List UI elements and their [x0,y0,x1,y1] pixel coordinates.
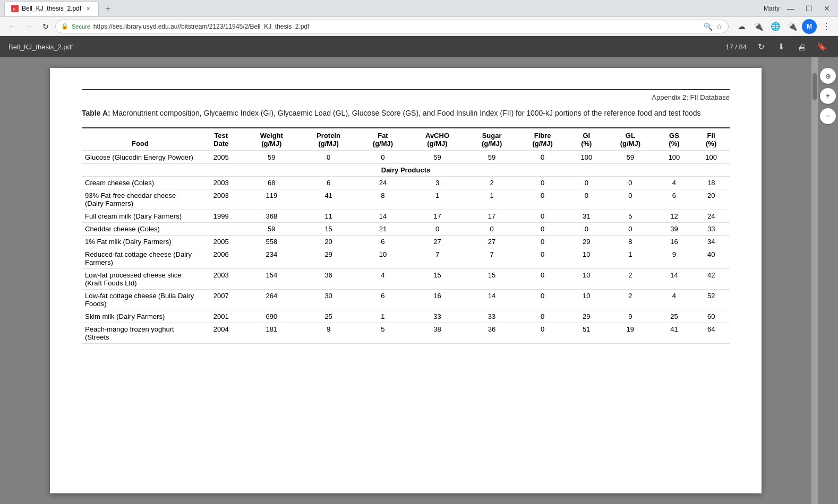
weight-cell: 181 [244,323,300,344]
forward-button[interactable]: → [21,19,36,34]
table-row: Glucose (Glucodin Energy Powder)20055900… [82,151,730,164]
table-row: Low-fat cottage cheese (Bulla Dairy Food… [82,290,730,310]
gs-cell: 4 [656,177,693,189]
pdf-page: Appendix 2: FII Database Table A: Macron… [50,68,762,493]
extension-icon-1[interactable]: 🔌 [751,19,766,34]
col-header-test-date: TestDate [199,128,244,151]
test-date-cell: 2003 [199,177,244,189]
gl-cell: 9 [605,310,656,323]
fibre-cell: 0 [517,269,568,290]
weight-cell: 119 [244,189,300,210]
weight-cell: 154 [244,269,300,290]
protein-cell: 6 [300,177,357,189]
lock-icon: 🔒 [61,23,69,30]
fat-cell: 4 [357,269,408,290]
profile-icon[interactable]: M [802,19,817,34]
fibre-cell: 0 [517,323,568,344]
globe-icon[interactable]: 🌐 [768,19,783,34]
refresh-button[interactable]: ↻ [38,19,53,34]
table-row: Full cream milk (Dairy Farmers)199936811… [82,210,730,223]
data-table: Food TestDate Weight(g/MJ) Protein(g/MJ)… [82,127,730,344]
fat-cell: 6 [357,236,408,248]
back-button[interactable]: ← [4,19,19,34]
fii-cell: 100 [692,151,730,164]
menu-button[interactable]: ⋮ [819,19,834,34]
gs-cell: 41 [656,323,693,344]
gi-cell: 0 [568,223,605,236]
close-button[interactable]: ✕ [820,2,834,15]
sugar-cell: 1 [466,189,517,210]
food-cell: Peach-mango frozen yoghurt (Streets [82,323,199,344]
pdf-toolbar: Bell_KJ_thesis_2.pdf 17 / 84 ↻ ⬇ 🖨 🔖 [0,36,838,57]
food-cell: Low-fat cottage cheese (Bulla Dairy Food… [82,290,199,310]
fii-cell: 33 [692,223,730,236]
cloud-icon[interactable]: ☁ [734,19,749,34]
table-row: 1% Fat milk (Dairy Farmers)2005558206272… [82,236,730,248]
gi-cell: 10 [568,248,605,269]
protein-cell: 9 [300,323,357,344]
avcho-cell: 59 [408,151,467,164]
extension-icon-2[interactable]: 🔌 [785,19,800,34]
protein-cell: 11 [300,210,357,223]
table-caption: Table A: Macronutrient composition, Glyc… [82,108,730,119]
sugar-cell: 59 [466,151,517,164]
gs-cell: 25 [656,310,693,323]
gs-cell: 4 [656,290,693,310]
fat-cell: 0 [357,151,408,164]
food-cell: Cream cheese (Coles) [82,177,199,189]
zoom-out-button[interactable]: − [820,108,836,124]
address-icons: 🔍 ☆ [704,22,723,31]
address-bar[interactable]: 🔒 Secure https://ses.library.usyd.edu.au… [55,20,729,33]
tab-favicon: P [11,5,19,12]
star-icon[interactable]: ☆ [716,22,723,31]
avcho-cell: 7 [408,248,467,269]
weight-cell: 68 [244,177,300,189]
table-caption-bold: Table A: [82,109,110,117]
avcho-cell: 38 [408,323,467,344]
scrollbar[interactable] [811,57,818,504]
col-header-fibre: Fibre(g/MJ) [517,128,568,151]
minimize-button[interactable]: — [784,2,798,15]
search-icon[interactable]: 🔍 [704,22,713,31]
test-date-cell: 2007 [199,290,244,310]
pdf-download-button[interactable]: ⬇ [773,39,789,55]
pdf-refresh-button[interactable]: ↻ [753,39,769,55]
test-date-cell: 2005 [199,151,244,164]
food-cell: Glucose (Glucodin Energy Powder) [82,151,199,164]
fat-cell: 21 [357,223,408,236]
browser-tab[interactable]: P Bell_KJ_thesis_2.pdf ✕ [4,1,99,16]
gs-cell: 16 [656,236,693,248]
fibre-cell: 0 [517,151,568,164]
sugar-cell: 27 [466,236,517,248]
avcho-cell: 1 [408,189,467,210]
maximize-button[interactable]: ☐ [802,2,816,15]
appendix-header: Appendix 2: FII Database [82,89,730,101]
protein-cell: 25 [300,310,357,323]
table-row: Peach-mango frozen yoghurt (Streets20041… [82,323,730,344]
gi-cell: 0 [568,177,605,189]
gi-cell: 100 [568,151,605,164]
toolbar-icons: ☁ 🔌 🌐 🔌 M ⋮ [734,19,834,34]
title-bar-right: Marty — ☐ ✕ [764,2,834,15]
title-bar-left: P Bell_KJ_thesis_2.pdf ✕ + [4,1,115,16]
fibre-cell: 0 [517,290,568,310]
new-tab-button[interactable]: + [101,2,115,15]
gi-cell: 51 [568,323,605,344]
test-date-cell: 2004 [199,323,244,344]
fii-cell: 40 [692,248,730,269]
col-header-gl: GL(g/MJ) [605,128,656,151]
protein-cell: 30 [300,290,357,310]
expand-button[interactable]: ⊕ [820,68,836,84]
scrollbar-thumb[interactable] [813,73,817,100]
weight-cell: 234 [244,248,300,269]
pdf-filename: Bell_KJ_thesis_2.pdf [8,43,719,51]
food-cell: 93% Fat-free cheddar cheese (Dairy Farme… [82,189,199,210]
pdf-print-button[interactable]: 🖨 [793,39,809,55]
avcho-cell: 17 [408,210,467,223]
tab-close-button[interactable]: ✕ [84,5,92,12]
protein-cell: 36 [300,269,357,290]
zoom-in-button[interactable]: + [820,88,836,104]
pdf-bookmark-button[interactable]: 🔖 [814,39,830,55]
test-date-cell: 2006 [199,248,244,269]
fii-cell: 34 [692,236,730,248]
